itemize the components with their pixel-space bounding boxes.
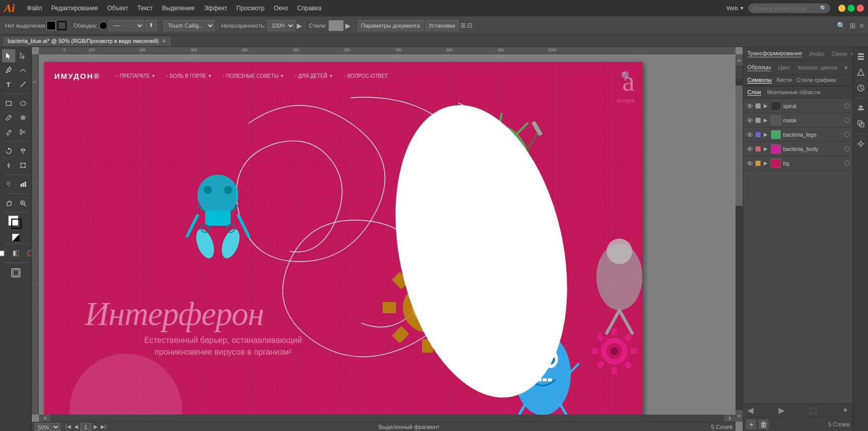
setup-button[interactable]: Установки: [425, 20, 459, 31]
artboard-icon[interactable]: ⊟: [467, 21, 473, 29]
panel-toggle-icon[interactable]: ⊞: [849, 21, 857, 30]
catalog-tab[interactable]: Каталог цветов: [798, 64, 838, 71]
new-layer-btn[interactable]: +: [746, 419, 756, 429]
gradient-fill-btn[interactable]: [9, 247, 23, 260]
eraser-tool[interactable]: [2, 125, 15, 139]
graph-tool[interactable]: [16, 178, 30, 191]
layer-expand-bacteria-body[interactable]: ▶: [763, 146, 769, 152]
scroll-up-btn[interactable]: [736, 54, 743, 67]
fill-swatch[interactable]: [47, 21, 56, 30]
free-transform-tool[interactable]: [16, 159, 30, 172]
layers-add-icon[interactable]: ✦: [842, 405, 849, 415]
style-arrow[interactable]: ▶: [345, 21, 351, 30]
v-scrollbar[interactable]: [736, 54, 743, 422]
v-scroll-track[interactable]: [736, 79, 743, 422]
stroke-swatch-display[interactable]: [57, 21, 66, 30]
layer-eye-bg[interactable]: [746, 160, 753, 167]
sunburst-btn[interactable]: [854, 137, 868, 151]
zoom-select[interactable]: 50%: [35, 423, 60, 431]
align-btn[interactable]: [854, 101, 868, 115]
opacity-arrow[interactable]: ▶: [297, 21, 302, 30]
scroll-right-btn[interactable]: [723, 415, 736, 422]
page-next-btn[interactable]: ▶: [93, 424, 99, 429]
layer-expand-spiral[interactable]: ▶: [763, 103, 769, 109]
graphic-styles-tab[interactable]: Стили графики: [797, 77, 836, 83]
samples-collapse-btn[interactable]: ▼: [843, 65, 849, 71]
layer-row-spiral[interactable]: ▶ spiral: [743, 99, 853, 113]
samples-tab[interactable]: Образцы: [747, 64, 771, 71]
layer-row-mask[interactable]: ▶ mask: [743, 113, 853, 127]
layers-content[interactable]: ▶ spiral ▶ mask: [743, 99, 853, 403]
menu-edit[interactable]: Редактирование: [47, 3, 102, 14]
layer-vis-mask[interactable]: [844, 118, 850, 123]
search-input[interactable]: [748, 4, 830, 13]
menu-window[interactable]: Окно: [270, 3, 292, 14]
layers-nav-prev-icon[interactable]: ◀: [747, 405, 753, 415]
layer-row-bg[interactable]: ▶ bg: [743, 156, 853, 170]
layers-tab[interactable]: Слои: [747, 89, 761, 96]
line-tool[interactable]: [16, 78, 30, 91]
scroll-down-btn[interactable]: [736, 410, 743, 422]
layer-expand-mask[interactable]: ▶: [763, 117, 769, 123]
links-tab[interactable]: Связи: [831, 51, 847, 57]
navigator-btn[interactable]: [854, 65, 868, 79]
properties-btn[interactable]: [854, 49, 868, 63]
menu-object[interactable]: Объект: [103, 3, 132, 14]
warp-tool[interactable]: [2, 159, 15, 172]
direct-select-tool[interactable]: [16, 49, 30, 62]
brush-select[interactable]: Touch Callig...: [164, 20, 215, 31]
delete-layer-btn[interactable]: 🗑: [759, 419, 769, 429]
layers-expand-icon[interactable]: ⬚: [809, 405, 817, 415]
h-scrollbar[interactable]: [39, 415, 736, 422]
v-scroll-thumb[interactable]: [736, 85, 743, 206]
rectangle-tool[interactable]: [2, 97, 15, 110]
pathfinder-btn[interactable]: [854, 117, 868, 131]
history-btn[interactable]: [854, 81, 868, 95]
color-tab[interactable]: Цвет: [778, 64, 791, 71]
layer-expand-bacteria-legs[interactable]: ▶: [763, 132, 769, 137]
workspace-switcher[interactable]: Web ▼: [727, 5, 744, 11]
layer-eye-spiral[interactable]: [746, 102, 753, 110]
art-canvas[interactable]: ИМУДОН® ○ ПРЕПАРАТЕ ▼ ○ БОЛЬ В ГОРЛЕ ▼ ○…: [39, 54, 736, 415]
ellipse-tool[interactable]: [16, 97, 30, 110]
style-swatch[interactable]: [328, 20, 344, 31]
info-tab[interactable]: Инфо: [809, 51, 824, 57]
layer-row-bacteria-legs[interactable]: ▶ bacteria_legs: [743, 127, 853, 142]
minimize-button[interactable]: [838, 5, 845, 12]
page-last-btn[interactable]: ▶|: [100, 424, 107, 429]
type-tool[interactable]: T: [2, 78, 15, 91]
search-stock-icon[interactable]: 🔍: [836, 21, 847, 30]
page-first-btn[interactable]: |◀: [64, 424, 72, 429]
artboards-tab[interactable]: Монтажные области: [767, 89, 820, 96]
selection-tool[interactable]: [2, 49, 15, 62]
scroll-left-btn[interactable]: [39, 415, 51, 422]
doc-params-button[interactable]: Параметры документа: [358, 20, 424, 31]
canvas-area[interactable]: // ruler marks are decorative 0 100 200 …: [32, 47, 743, 431]
menu-file[interactable]: Файл: [23, 3, 47, 14]
doc-tab-active[interactable]: bacteria_blue.ai* @ 50% (RGB/Просмотр в …: [2, 36, 172, 46]
layer-row-bacteria-body[interactable]: ▶ bacteria_body: [743, 142, 853, 156]
layer-vis-bacteria-legs[interactable]: [844, 132, 850, 137]
rotate-tool[interactable]: [2, 144, 15, 158]
maximize-button[interactable]: [848, 5, 855, 12]
menu-select[interactable]: Выделение: [158, 3, 199, 14]
stroke-color-btn-2[interactable]: [11, 219, 21, 229]
normal-fill-btn[interactable]: [0, 247, 8, 260]
menu-help[interactable]: Справка: [293, 3, 325, 14]
menu-view[interactable]: Просмотр: [232, 3, 269, 14]
layer-vis-bg[interactable]: [844, 161, 850, 166]
pen-tool[interactable]: [2, 63, 15, 77]
opacity-select[interactable]: 100%: [267, 20, 295, 31]
draw-mode-btn[interactable]: [9, 266, 23, 280]
menu-effect[interactable]: Эффект: [199, 3, 231, 14]
symbol-spray-tool[interactable]: [2, 178, 15, 191]
blob-brush-tool[interactable]: [16, 111, 30, 124]
close-button[interactable]: [857, 5, 864, 12]
page-prev-btn[interactable]: ◀: [73, 424, 79, 429]
stroke-weight-btn[interactable]: ⬆: [145, 20, 157, 31]
scissors-tool[interactable]: [16, 125, 30, 139]
layer-eye-mask[interactable]: [746, 117, 753, 124]
layer-eye-bacteria-legs[interactable]: [746, 131, 753, 138]
brushes-tab[interactable]: Кисти: [777, 77, 792, 83]
zoom-tool[interactable]: [16, 197, 30, 210]
